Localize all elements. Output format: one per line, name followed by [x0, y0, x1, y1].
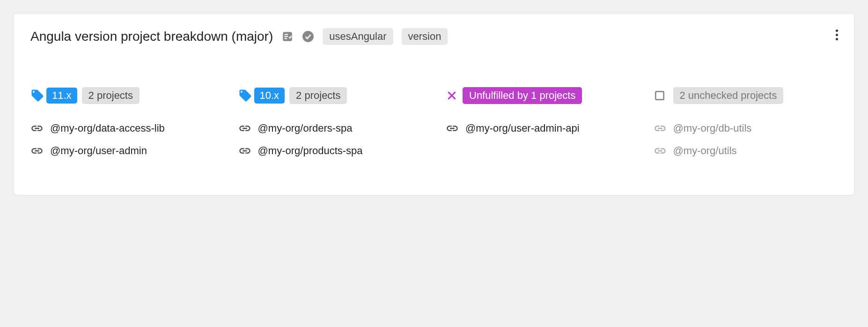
column-header: Unfulfilled by 1 projects [446, 87, 630, 104]
link-icon [446, 122, 459, 135]
project-link[interactable]: @my-org/products-spa [238, 144, 423, 157]
version-badge: 10.x [254, 88, 285, 104]
svg-point-4 [302, 31, 314, 42]
project-link[interactable]: @my-org/db-utils [654, 122, 838, 135]
filter-tag[interactable]: usesAngular [323, 28, 393, 45]
project-name: @my-org/orders-spa [258, 122, 353, 134]
project-link[interactable]: @my-org/orders-spa [238, 122, 423, 135]
checkbox-empty-icon [654, 89, 666, 102]
link-icon [238, 144, 251, 157]
column-header: 11.x 2 projects [30, 87, 215, 104]
tag-icon [30, 89, 44, 103]
unchecked-count-badge: 2 unchecked projects [673, 87, 784, 104]
unfulfilled-column: Unfulfilled by 1 projects @my-org/user-a… [446, 87, 630, 167]
unchecked-column: 2 unchecked projects @my-org/db-utils @m… [654, 87, 838, 167]
checkmark-circle-icon[interactable] [302, 30, 314, 43]
card-title: Angula version project breakdown (major) [30, 29, 273, 44]
project-name: @my-org/data-access-lib [50, 122, 165, 134]
project-link[interactable]: @my-org/user-admin-api [446, 122, 630, 135]
project-name: @my-org/user-admin [50, 145, 147, 157]
link-icon [654, 144, 667, 157]
project-name: @my-org/db-utils [673, 122, 752, 134]
link-icon [30, 122, 44, 135]
checklist-icon[interactable] [281, 30, 294, 43]
filter-tag[interactable]: version [402, 28, 448, 45]
column-header: 10.x 2 projects [238, 87, 423, 104]
project-link[interactable]: @my-org/utils [654, 144, 838, 157]
version-column: 10.x 2 projects @my-org/orders-spa @my-o… [238, 87, 423, 167]
card-header: Angula version project breakdown (major)… [30, 28, 838, 45]
svg-rect-5 [655, 91, 663, 99]
link-icon [654, 122, 667, 135]
columns-container: 11.x 2 projects @my-org/data-access-lib … [30, 87, 838, 167]
svg-rect-3 [285, 38, 287, 39]
project-link[interactable]: @my-org/data-access-lib [30, 122, 215, 135]
svg-rect-2 [285, 36, 288, 37]
project-name: @my-org/products-spa [258, 145, 363, 157]
project-name: @my-org/user-admin-api [465, 122, 580, 134]
version-column: 11.x 2 projects @my-org/data-access-lib … [30, 87, 215, 167]
project-count-badge: 2 projects [82, 87, 140, 104]
svg-rect-1 [285, 34, 288, 35]
link-icon [30, 144, 44, 157]
unfulfilled-badge: Unfulfilled by 1 projects [463, 87, 582, 104]
project-link[interactable]: @my-org/user-admin [30, 144, 215, 157]
project-count-badge: 2 projects [289, 87, 347, 104]
close-icon [446, 89, 458, 102]
column-header: 2 unchecked projects [654, 87, 838, 104]
version-badge: 11.x [46, 88, 77, 104]
card-menu-button[interactable] [831, 28, 842, 41]
project-name: @my-org/utils [673, 145, 737, 157]
breakdown-card: Angula version project breakdown (major)… [14, 14, 854, 195]
tag-icon [238, 89, 252, 103]
link-icon [238, 122, 251, 135]
